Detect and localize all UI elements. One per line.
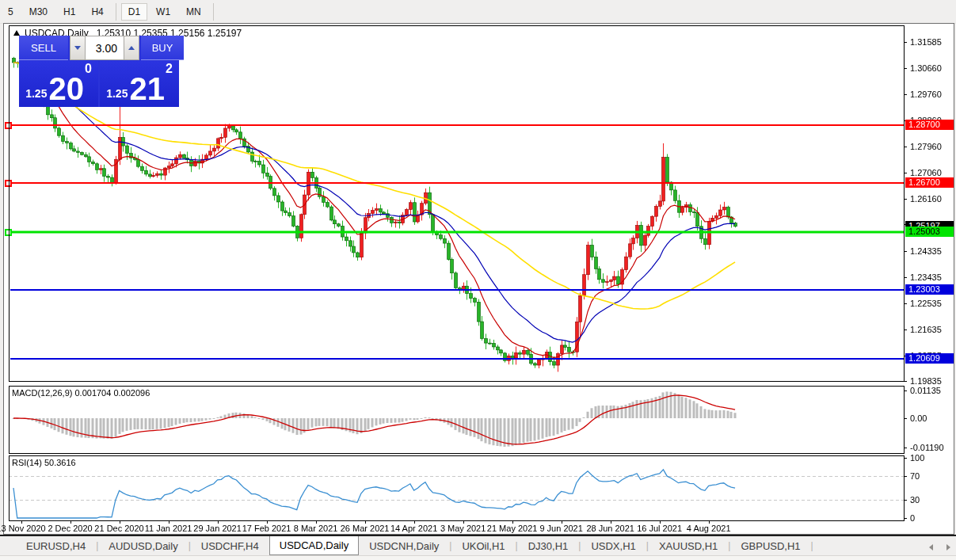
- price-level-badge-1.26700: 1.26700: [905, 177, 954, 188]
- macd-axis-tick: -0.01190: [910, 443, 944, 453]
- macd-axis-tick: 0.00: [910, 413, 927, 424]
- arrow-down-icon: [74, 46, 81, 50]
- tab-scroll-left-button[interactable]: [926, 543, 935, 552]
- timeframe-button-d1[interactable]: D1: [121, 3, 147, 21]
- date-axis-label: 4 Aug 2021: [677, 524, 741, 533]
- sell-price-prefix: 1.25: [25, 88, 47, 99]
- chart-tab-ukoil[interactable]: UKOil,H1: [451, 536, 515, 555]
- chart-tab-usdx[interactable]: USDX,H1: [581, 536, 646, 555]
- buy-button[interactable]: BUY: [141, 36, 184, 60]
- price-level-badge-1.28700: 1.28700: [905, 120, 954, 130]
- timeframe-toolbar: 5M30H1H4D1W1MN: [0, 0, 956, 24]
- buy-price-prefix: 1.25: [106, 88, 128, 99]
- chart-tab-usdcad[interactable]: USDCAD,Daily: [269, 536, 359, 555]
- timeframe-button-5[interactable]: 5: [1, 3, 21, 21]
- right-arrow-icon: [946, 544, 950, 550]
- status-strip: [0, 555, 956, 560]
- chart-tab-eurusd[interactable]: EURUSD,H4: [16, 536, 96, 555]
- volume-input[interactable]: [86, 36, 124, 60]
- chart-tab-dj30[interactable]: DJ30,H1: [518, 536, 579, 555]
- volume-decrease-button[interactable]: [70, 36, 86, 60]
- toolbar-separator: [213, 3, 214, 21]
- price-axis-tick: 1.24335: [910, 246, 942, 257]
- rsi-axis-tick: 100: [910, 453, 924, 463]
- rsi-axis-tick: 70: [910, 471, 920, 482]
- buy-price-big: 21: [129, 76, 165, 102]
- buy-price-display[interactable]: 1.25 21 2: [100, 61, 179, 107]
- price-level-badge-1.23003: 1.23003: [905, 284, 954, 295]
- timeframe-button-mn[interactable]: MN: [179, 3, 208, 21]
- chart-tab-usdcnh[interactable]: USDCNH,Daily: [359, 536, 449, 555]
- price-level-badge-1.20609: 1.20609: [905, 353, 954, 364]
- price-axis-tick: 1.29760: [910, 90, 942, 100]
- tab-separator: |: [811, 536, 813, 555]
- sell-price-display[interactable]: 1.25 20 0: [19, 61, 98, 107]
- tab-scroll-buttons: [926, 543, 953, 552]
- buy-price-pip: 2: [166, 63, 173, 75]
- rsi-indicator-label: RSI(14) 50.3616: [12, 458, 76, 467]
- one-click-trading-widget: SELL BUY 1.25 20 0 1.25 21 2: [19, 36, 179, 107]
- macd-axis-tick: 0.01135: [910, 386, 941, 396]
- timeframe-button-w1[interactable]: W1: [149, 3, 177, 21]
- timeframe-button-h1[interactable]: H1: [56, 3, 82, 21]
- chart-tab-bar: EURUSD,H4|AUDUSD,Daily|USDCHF,H4USDCAD,D…: [0, 535, 956, 555]
- timeframe-button-h4[interactable]: H4: [84, 3, 110, 21]
- sell-price-big: 20: [48, 76, 84, 102]
- rsi-axis-tick: 30: [910, 495, 920, 505]
- price-level-badge-1.25003: 1.25003: [905, 227, 954, 237]
- toolbar-separator: [116, 3, 116, 21]
- price-axis-tick: 1.22535: [910, 299, 942, 309]
- rsi-axis-tick: 0: [910, 513, 915, 524]
- collapse-arrow-icon[interactable]: [13, 30, 20, 36]
- price-axis-tick: 1.21635: [910, 325, 942, 335]
- left-arrow-icon: [929, 544, 933, 550]
- sell-button[interactable]: SELL: [19, 36, 68, 60]
- price-axis-tick: 1.30660: [910, 63, 942, 74]
- timeframe-button-m30[interactable]: M30: [22, 3, 55, 21]
- price-axis-tick: 1.27960: [910, 142, 942, 152]
- tab-scroll-right-button[interactable]: [943, 543, 953, 552]
- chart-tab-gbpusd[interactable]: GBPUSD,H1: [730, 536, 810, 555]
- chart-tab-xauusd[interactable]: XAUUSD,H1: [649, 536, 728, 555]
- price-axis-tick: 1.23435: [910, 272, 942, 283]
- chart-window: USDCAD,Daily1.25310 1.25355 1.25156 1.25…: [3, 23, 954, 535]
- arrow-up-icon: [128, 46, 135, 50]
- volume-spinner: [70, 36, 139, 60]
- macd-indicator-label: MACD(12,26,9) 0.001704 0.002096: [12, 388, 150, 398]
- price-axis-tick: 1.26160: [910, 194, 942, 204]
- price-axis-tick: 1.31585: [910, 37, 942, 48]
- sell-price-pip: 0: [85, 63, 92, 75]
- chart-tab-audusd[interactable]: AUDUSD,Daily: [98, 536, 188, 555]
- volume-increase-button[interactable]: [124, 36, 139, 60]
- chart-tab-usdchf[interactable]: USDCHF,H4: [191, 536, 269, 555]
